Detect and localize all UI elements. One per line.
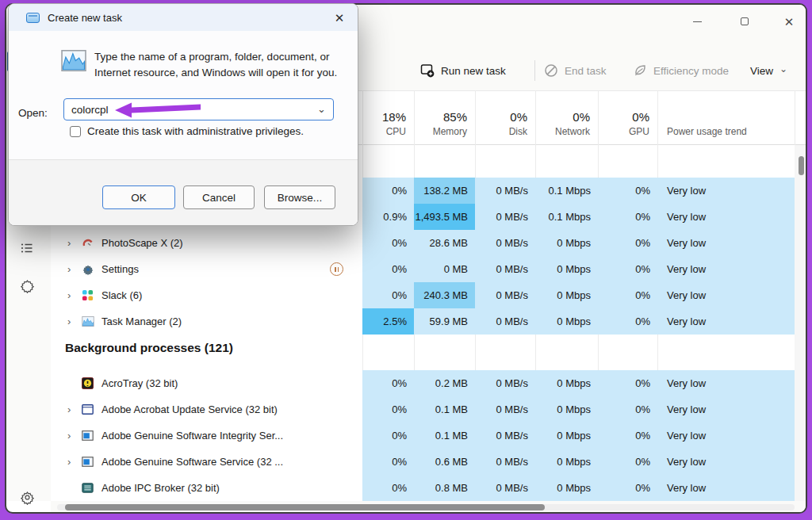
process-name: Task Manager (2) [102, 315, 182, 327]
dialog-close-button[interactable]: ✕ [331, 10, 347, 26]
process-name: PhotoScape X (2) [102, 237, 183, 249]
table-row[interactable]: 0%0.6 MB0 MB/s0 Mbps0%Very low [362, 449, 795, 475]
memory-cell: 28.6 MB [414, 230, 475, 256]
disk-cell: 0 MB/s [475, 256, 535, 282]
horizontal-scrollbar[interactable] [57, 504, 795, 510]
table-row[interactable]: 2.5%59.9 MB0 MB/s0 Mbps0%Very low [362, 308, 795, 335]
cpu-cell: 0% [362, 396, 414, 422]
admin-privileges-checkbox[interactable] [70, 126, 81, 137]
chevron-right-icon[interactable]: › [67, 456, 81, 468]
process-row-adobe-genuine-service[interactable]: › Adobe Genuine Software Service (32 ... [51, 449, 311, 475]
cpu-cell: 0.9% [362, 204, 414, 230]
gpu-cell: 0% [598, 282, 657, 308]
network-cell: 0 Mbps [535, 396, 598, 422]
power-cell: Very low [657, 256, 795, 282]
process-row-settings[interactable]: › Settings [51, 256, 311, 282]
chevron-right-icon[interactable]: › [67, 403, 81, 415]
browse-button[interactable]: Browse... [264, 185, 335, 209]
process-row-adobe-genuine-integrity[interactable]: › Adobe Genuine Software Integrity Ser..… [51, 422, 311, 449]
adobe-genuine-icon [81, 455, 94, 468]
cpu-cell: 0% [362, 256, 414, 282]
chevron-right-icon[interactable]: › [67, 315, 81, 327]
power-cell: Very low [657, 178, 795, 204]
table-row[interactable]: 0%0.8 MB0 MB/s0 Mbps0%Very low [362, 475, 795, 501]
chevron-right-icon[interactable]: › [67, 237, 81, 249]
network-cell: 0 Mbps [535, 308, 598, 335]
chevron-right-icon[interactable]: › [67, 263, 81, 275]
memory-cell: 0.8 MB [414, 475, 475, 501]
column-header-gpu[interactable]: 0% GPU [598, 91, 657, 144]
cpu-total-value: 18% [382, 110, 406, 124]
cpu-cell: 0% [362, 475, 414, 501]
table-row[interactable]: 0.9%1,493.5 MB0 MB/s0.1 Mbps0%Very low [362, 204, 795, 230]
table-row[interactable]: 0%0 MB0 MB/s0 Mbps0%Very low [362, 256, 795, 282]
memory-cell: 0 MB [414, 256, 475, 282]
details-list-icon [20, 241, 34, 255]
background-processes-header: Background processes (121) [65, 341, 233, 355]
gpu-cell: 0% [598, 256, 657, 282]
cpu-column-label: CPU [386, 126, 406, 137]
chevron-right-icon[interactable]: › [67, 289, 81, 301]
process-row-slack[interactable]: › Slack (6) [51, 282, 311, 308]
efficiency-mode-button[interactable]: Efficiency mode [633, 59, 729, 82]
vertical-scrollbar[interactable] [795, 145, 807, 501]
horizontal-scrollbar-thumb[interactable] [65, 504, 545, 510]
sidebar-item-services[interactable] [19, 277, 35, 293]
cancel-button[interactable]: Cancel [183, 185, 255, 209]
sidebar-item-details[interactable] [19, 240, 35, 256]
view-dropdown[interactable]: View ⌄ [750, 59, 787, 82]
process-row-task-manager[interactable]: › Task Manager (2) [51, 308, 311, 335]
run-new-task-button[interactable]: Run new task [420, 59, 506, 82]
chevron-down-icon: ⌄ [779, 63, 787, 75]
maximize-button[interactable] [733, 13, 756, 30]
power-cell: Very low [657, 204, 795, 230]
process-row-adobe-acrobat-update[interactable]: › Adobe Acrobat Update Service (32 bit) [51, 396, 311, 422]
disk-cell: 0 MB/s [475, 230, 535, 256]
table-row[interactable]: 0%0.2 MB0 MB/s0 Mbps0%Very low [362, 370, 795, 396]
cpu-cell: 2.5% [362, 308, 414, 335]
process-name: Settings [102, 263, 139, 275]
memory-total-value: 85% [443, 110, 467, 124]
column-header-disk[interactable]: 0% Disk [475, 91, 535, 144]
chevron-right-icon[interactable]: › [67, 430, 81, 442]
network-column-label: Network [555, 126, 590, 137]
gpu-cell: 0% [598, 178, 657, 204]
process-row-photoscape[interactable]: › PhotoScape X (2) [51, 230, 311, 256]
table-row[interactable]: 0%28.6 MB0 MB/s0 Mbps0%Very low [362, 230, 795, 256]
table-row[interactable]: 0%0.1 MB0 MB/s0 Mbps0%Very low [362, 422, 795, 449]
run-new-task-label: Run new task [441, 65, 506, 77]
disk-cell: 0 MB/s [475, 178, 535, 204]
network-cell: 0 Mbps [535, 256, 598, 282]
table-row[interactable]: 0%240.3 MB0 MB/s0 Mbps0%Very low [362, 282, 795, 308]
table-row[interactable]: 0%138.2 MB0 MB/s0.1 Mbps0%Very low [362, 178, 795, 204]
power-cell: Very low [657, 230, 795, 256]
slack-icon [81, 289, 94, 302]
power-cell: Very low [657, 396, 795, 422]
disk-cell: 0 MB/s [475, 282, 535, 308]
column-header-memory[interactable]: 85% Memory [414, 91, 475, 144]
view-label: View [750, 65, 773, 77]
gear-icon [20, 490, 35, 505]
ok-button[interactable]: OK [102, 185, 175, 209]
vertical-scrollbar-thumb[interactable] [799, 156, 804, 175]
power-cell: Very low [657, 282, 795, 308]
end-task-button[interactable]: End task [544, 59, 607, 82]
column-header-power[interactable]: Power usage trend [657, 91, 795, 144]
process-row-acrotray[interactable]: AcroTray (32 bit) [51, 370, 311, 396]
run-new-task-icon [420, 63, 435, 78]
description-line-2: Internet resource, and Windows will open… [94, 65, 348, 81]
process-name: Adobe Genuine Software Integrity Ser... [102, 430, 283, 442]
process-name: Adobe Acrobat Update Service (32 bit) [102, 403, 278, 415]
network-cell: 0 Mbps [535, 422, 598, 449]
column-header-cpu[interactable]: 18% CPU [362, 91, 414, 144]
gpu-total-value: 0% [632, 110, 649, 124]
minimize-button[interactable] [685, 13, 709, 30]
chevron-down-icon[interactable]: ⌄ [317, 103, 326, 115]
process-row-adobe-ipc-broker[interactable]: Adobe IPC Broker (32 bit) [51, 475, 311, 501]
close-icon: ✕ [784, 16, 795, 28]
sidebar-settings-button[interactable] [19, 489, 35, 505]
column-header-network[interactable]: 0% Network [535, 91, 598, 144]
close-button[interactable]: ✕ [777, 13, 801, 30]
table-row[interactable]: 0%0.1 MB0 MB/s0 Mbps0%Very low [362, 396, 795, 422]
disk-total-value: 0% [510, 110, 527, 124]
